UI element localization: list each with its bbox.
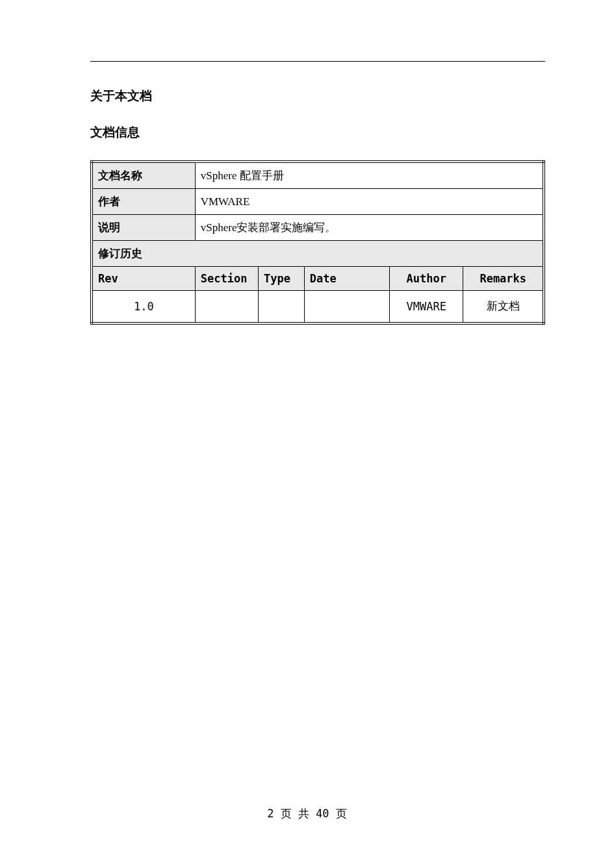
page-footer: 2 页 共 40 页 bbox=[0, 806, 614, 821]
table-row: 1.0 VMWARE 新文档 bbox=[92, 291, 544, 323]
cell-type bbox=[258, 291, 304, 323]
doc-name-label: 文档名称 bbox=[92, 162, 195, 189]
document-page: 关于本文档 文档信息 文档名称 vSphere 配置手册 作者 VMWARE 说… bbox=[0, 0, 614, 868]
table-row: Rev Section Type Date Author Remarks bbox=[92, 267, 544, 291]
table-row: 修订历史 bbox=[92, 241, 544, 267]
col-author: Author bbox=[389, 267, 463, 291]
cell-date bbox=[304, 291, 389, 323]
col-section: Section bbox=[195, 267, 258, 291]
col-date: Date bbox=[304, 267, 389, 291]
col-type: Type bbox=[258, 267, 304, 291]
cell-rev: 1.0 bbox=[92, 291, 195, 323]
header-rule bbox=[90, 61, 545, 62]
cell-section bbox=[195, 291, 258, 323]
content-area: 关于本文档 文档信息 文档名称 vSphere 配置手册 作者 VMWARE 说… bbox=[90, 61, 545, 325]
docinfo-heading: 文档信息 bbox=[90, 124, 545, 141]
col-remarks: Remarks bbox=[463, 267, 544, 291]
col-rev: Rev bbox=[92, 267, 195, 291]
doc-name-value: vSphere 配置手册 bbox=[195, 162, 544, 189]
table-row: 文档名称 vSphere 配置手册 bbox=[92, 162, 544, 189]
about-heading: 关于本文档 bbox=[90, 88, 545, 105]
table-row: 说明 vSphere安装部署实施编写。 bbox=[92, 215, 544, 241]
document-info-table: 文档名称 vSphere 配置手册 作者 VMWARE 说明 vSphere安装… bbox=[90, 160, 545, 325]
author-value: VMWARE bbox=[195, 189, 544, 215]
table-row: 作者 VMWARE bbox=[92, 189, 544, 215]
cell-author: VMWARE bbox=[389, 291, 463, 323]
desc-value: vSphere安装部署实施编写。 bbox=[195, 215, 544, 241]
author-label: 作者 bbox=[92, 189, 195, 215]
desc-label: 说明 bbox=[92, 215, 195, 241]
cell-remarks: 新文档 bbox=[463, 291, 544, 323]
revision-history-header: 修订历史 bbox=[92, 241, 544, 267]
